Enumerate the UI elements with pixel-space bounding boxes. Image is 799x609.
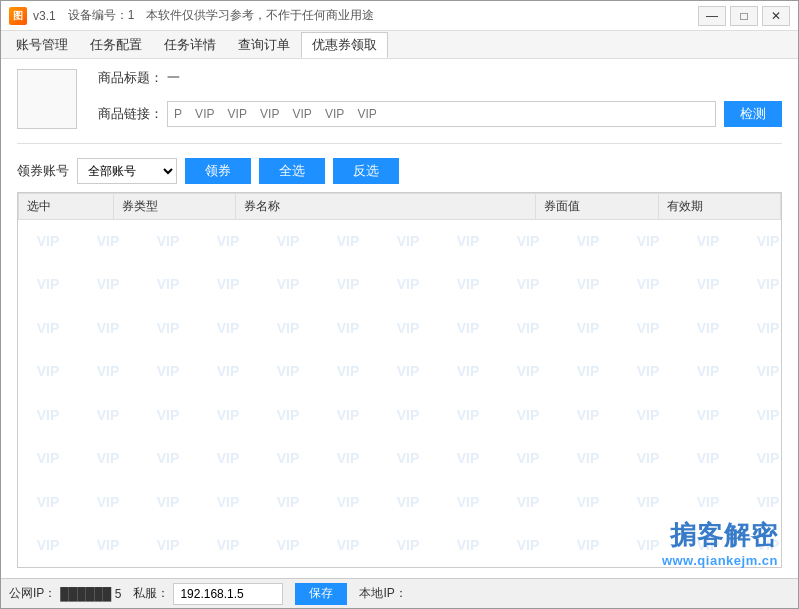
device-label: 设备编号：1 — [68, 7, 135, 24]
product-link-row: 商品链接： 检测 — [93, 101, 782, 127]
public-ip-value: ██████ 5 — [60, 587, 121, 601]
title-bar: 图 v3.1 设备编号：1 本软件仅供学习参考，不作于任何商业用途 — □ ✕ — [1, 1, 798, 31]
notice-text: 本软件仅供学习参考，不作于任何商业用途 — [146, 7, 374, 24]
restore-button[interactable]: □ — [730, 6, 758, 26]
account-label: 领券账号 — [17, 162, 69, 180]
col-value: 券面值 — [536, 194, 658, 220]
minimize-button[interactable]: — — [698, 6, 726, 26]
menu-bar: 账号管理 任务配置 任务详情 查询订单 优惠券领取 — [1, 31, 798, 59]
col-validity: 有效期 — [658, 194, 780, 220]
main-window: VIPVIPVIPVIPVIPVIPVIPVIPVIPVIPVIPVIPVIPV… — [0, 0, 799, 609]
content-area: 商品标题： 一 商品链接： 检测 领券账号 全部账号 领券 全选 反选 — [1, 59, 798, 578]
local-ip-item: 本地IP： — [359, 585, 406, 602]
app-icon: 图 — [9, 7, 27, 25]
col-name: 券名称 — [236, 194, 536, 220]
local-ip-label: 本地IP： — [359, 585, 406, 602]
invert-select-button[interactable]: 反选 — [333, 158, 399, 184]
product-info: 商品标题： 一 商品链接： 检测 — [93, 69, 782, 135]
menu-account-manage[interactable]: 账号管理 — [5, 32, 79, 58]
status-bar: 公网IP： ██████ 5 私服： 保存 本地IP： — [1, 578, 798, 608]
menu-task-config[interactable]: 任务配置 — [79, 32, 153, 58]
product-image — [17, 69, 77, 129]
select-all-button[interactable]: 全选 — [259, 158, 325, 184]
claim-coupon-button[interactable]: 领券 — [185, 158, 251, 184]
product-title-row: 商品标题： 一 — [93, 69, 782, 87]
coupon-table: 选中 券类型 券名称 券面值 有效期 — [18, 193, 781, 220]
product-link-input[interactable] — [167, 101, 716, 127]
private-label: 私服： — [133, 585, 169, 602]
close-button[interactable]: ✕ — [762, 6, 790, 26]
product-section: 商品标题： 一 商品链接： 检测 — [17, 69, 782, 135]
detect-button[interactable]: 检测 — [724, 101, 782, 127]
product-title-label: 商品标题： — [93, 69, 163, 87]
menu-query-order[interactable]: 查询订单 — [227, 32, 301, 58]
private-ip-item: 私服： — [133, 583, 283, 605]
private-ip-input[interactable] — [173, 583, 283, 605]
coupon-table-container: 选中 券类型 券名称 券面值 有效期 VIPVIPVIPVIPVIPVIPVIP… — [17, 192, 782, 568]
menu-coupon-claim[interactable]: 优惠券领取 — [301, 32, 388, 58]
table-header-row: 选中 券类型 券名称 券面值 有效期 — [19, 194, 781, 220]
product-link-label: 商品链接： — [93, 105, 163, 123]
title-controls: — □ ✕ — [698, 6, 790, 26]
app-version: v3.1 — [33, 9, 56, 23]
menu-task-detail[interactable]: 任务详情 — [153, 32, 227, 58]
col-selected: 选中 — [19, 194, 114, 220]
save-button[interactable]: 保存 — [295, 583, 347, 605]
product-title-value: 一 — [167, 69, 180, 87]
table-header: 选中 券类型 券名称 券面值 有效期 — [19, 194, 781, 220]
divider — [17, 143, 782, 144]
coupon-controls: 领券账号 全部账号 领券 全选 反选 — [17, 158, 782, 184]
public-ip-label: 公网IP： — [9, 585, 56, 602]
title-bar-text: v3.1 设备编号：1 本软件仅供学习参考，不作于任何商业用途 — [33, 7, 698, 24]
public-ip-item: 公网IP： ██████ 5 — [9, 585, 121, 602]
account-select[interactable]: 全部账号 — [77, 158, 177, 184]
table-vip-overlay: VIPVIPVIPVIPVIPVIPVIPVIPVIPVIPVIPVIPVIPV… — [18, 219, 781, 567]
col-type: 券类型 — [113, 194, 235, 220]
